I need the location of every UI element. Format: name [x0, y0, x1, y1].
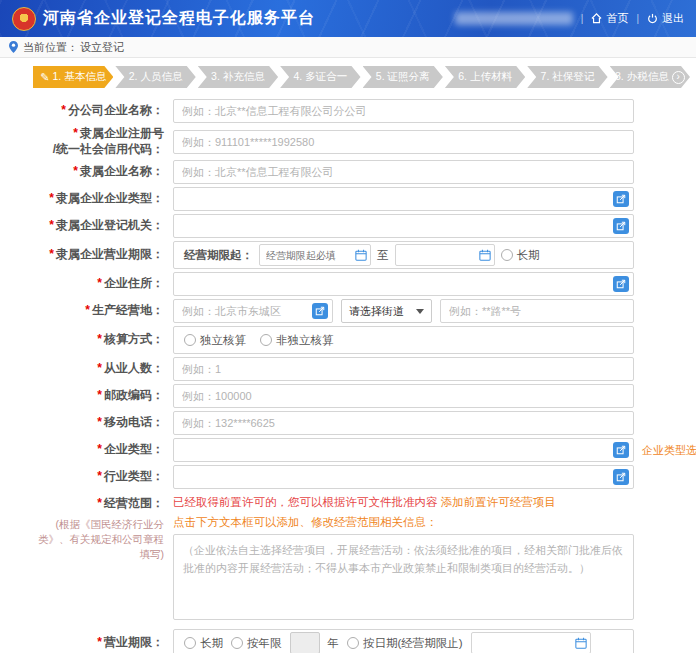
field-branch-name: *分公司企业名称：	[33, 99, 634, 123]
tab-social-security[interactable]: 7. 社保登记	[527, 66, 607, 88]
tab-upload-materials[interactable]: 6. 上传材料	[445, 66, 525, 88]
years-count-input[interactable]	[290, 632, 320, 653]
address-picker-icon[interactable]	[613, 276, 629, 292]
business-place-detail-input[interactable]	[440, 299, 634, 323]
tab-personnel-info[interactable]: 2. 人员信息	[115, 66, 195, 88]
radio-icon[interactable]	[501, 249, 513, 261]
radio-icon[interactable]	[184, 334, 196, 346]
company-type-picker-icon[interactable]	[613, 442, 629, 458]
field-label: *隶属企业企业类型：	[33, 191, 173, 207]
breadcrumb: 当前位置：设立登记	[0, 37, 696, 58]
tab-label: 3. 补充信息	[211, 70, 265, 84]
tab-label: 8. 办税信息	[615, 70, 669, 84]
field-parent-code: *隶属企业注册号 /统一社会信用代码：	[33, 126, 634, 157]
field-postcode: *邮政编码：	[33, 384, 634, 408]
license-term-box: 长期 按年限 年 按日期(经营期限止)	[173, 629, 634, 653]
district-picker-icon[interactable]	[312, 303, 328, 319]
license-term-years-radio[interactable]: 按年限	[231, 636, 282, 651]
street-select-value: 请选择街道	[349, 304, 404, 319]
home-label: 首页	[606, 11, 628, 26]
field-industry-type: *行业类型：	[33, 465, 634, 489]
company-type-select-link[interactable]: 企业类型选择	[642, 443, 696, 458]
business-scope-textarea[interactable]	[173, 534, 634, 620]
tab-label: 2. 人员信息	[129, 70, 183, 84]
field-parent-type: *隶属企业企业类型：	[33, 187, 634, 211]
tab-supplementary-info[interactable]: 3. 补充信息	[198, 66, 278, 88]
parent-type-input[interactable]	[173, 187, 634, 211]
field-label: *隶属企业登记机关：	[33, 218, 173, 234]
scope-hint-line2: 点击下方文本框可以添加、修改经营范围相关信息：	[173, 512, 634, 532]
tab-label: 7. 社保登记	[541, 70, 595, 84]
nav-divider: |	[581, 13, 584, 24]
radio-icon[interactable]	[231, 637, 243, 649]
field-parent-name: *隶属企业名称：	[33, 160, 634, 184]
field-address: *企业住所：	[33, 272, 634, 296]
field-accounting: *核算方式： 独立核算 非独立核算	[33, 326, 634, 354]
postcode-input[interactable]	[173, 384, 634, 408]
field-label: *生产经营地：	[33, 303, 173, 319]
national-emblem-icon: ★	[12, 7, 36, 31]
tab-label: 1. 基本信息	[52, 70, 106, 84]
location-pin-icon	[9, 41, 18, 53]
license-term-end-date-input[interactable]	[471, 632, 591, 653]
parent-term-box: 经营期限起： 至 长期	[173, 241, 634, 269]
power-icon	[647, 13, 658, 24]
scope-hint-line1: 已经取得前置许可的，您可以根据许可文件批准内容 添加前置许可经营项目	[173, 492, 634, 512]
calendar-icon[interactable]	[575, 637, 587, 649]
industry-type-input[interactable]	[173, 465, 634, 489]
accounting-box: 独立核算 非独立核算	[173, 326, 634, 354]
business-place-district-input[interactable]	[173, 299, 333, 323]
term-start-label: 经营期限起：	[184, 248, 253, 263]
tab-certificate-separation[interactable]: 5. 证照分离	[363, 66, 443, 88]
parent-code-input[interactable]	[173, 130, 634, 154]
field-label: *营业期限：	[33, 635, 173, 651]
field-business-scope: *经营范围： (根据《国民经济行业分类》、有关规定和公司章程填写) 已经取得前置…	[33, 492, 634, 623]
field-label: *企业类型：	[33, 442, 173, 458]
tab-basic-info[interactable]: ✎ 1. 基本信息	[33, 66, 113, 88]
mobile-input[interactable]	[173, 411, 634, 435]
tab-tax-info[interactable]: 8. 办税信息 ›	[610, 66, 690, 88]
pencil-icon: ✎	[40, 72, 49, 83]
independent-accounting-radio[interactable]: 独立核算	[184, 333, 246, 348]
license-term-long-radio[interactable]: 长期	[184, 636, 223, 651]
industry-type-picker-icon[interactable]	[613, 469, 629, 485]
home-link[interactable]: 首页	[591, 11, 628, 26]
tab-multi-certificate[interactable]: 4. 多证合一	[280, 66, 360, 88]
field-parent-authority: *隶属企业登记机关：	[33, 214, 634, 238]
calendar-icon[interactable]	[479, 249, 491, 261]
license-term-date-radio[interactable]: 按日期(经营期限止)	[347, 636, 463, 651]
chevron-down-icon	[416, 309, 424, 314]
field-label: *从业人数：	[33, 361, 173, 377]
radio-icon[interactable]	[184, 637, 196, 649]
logout-link[interactable]: 退出	[647, 11, 684, 26]
field-label: *分公司企业名称：	[33, 103, 173, 119]
branch-name-input[interactable]	[173, 99, 634, 123]
field-business-place: *生产经营地： 请选择街道	[33, 299, 634, 323]
parent-authority-input[interactable]	[173, 214, 634, 238]
radio-icon[interactable]	[260, 334, 272, 346]
parent-authority-picker-icon[interactable]	[613, 218, 629, 234]
address-input[interactable]	[173, 272, 634, 296]
employees-input[interactable]	[173, 357, 634, 381]
company-type-input[interactable]	[173, 438, 634, 462]
more-steps-icon[interactable]: ›	[672, 71, 685, 84]
emblem-star: ★	[20, 14, 28, 23]
non-independent-accounting-radio[interactable]: 非独立核算	[260, 333, 334, 348]
parent-type-picker-icon[interactable]	[613, 191, 629, 207]
field-label: *核算方式：	[33, 332, 173, 348]
breadcrumb-prefix: 当前位置：	[23, 40, 78, 55]
street-select[interactable]: 请选择街道	[341, 299, 432, 323]
calendar-icon[interactable]	[355, 249, 367, 261]
field-label: *企业住所：	[33, 276, 173, 292]
logout-label: 退出	[662, 11, 684, 26]
field-label: *经营范围： (根据《国民经济行业分类》、有关规定和公司章程填写)	[33, 492, 173, 562]
parent-name-input[interactable]	[173, 160, 634, 184]
nav-divider: |	[636, 13, 639, 24]
add-prelicense-link[interactable]: 添加前置许可经营项目	[441, 496, 556, 508]
tab-label: 6. 上传材料	[458, 70, 512, 84]
field-license-term: *营业期限： 长期 按年限 年 按日期(经营期限止)	[33, 629, 634, 653]
tab-label: 5. 证照分离	[376, 70, 430, 84]
radio-icon[interactable]	[347, 637, 359, 649]
term-long-radio[interactable]: 长期	[501, 248, 540, 263]
tab-label: 4. 多证合一	[293, 70, 347, 84]
